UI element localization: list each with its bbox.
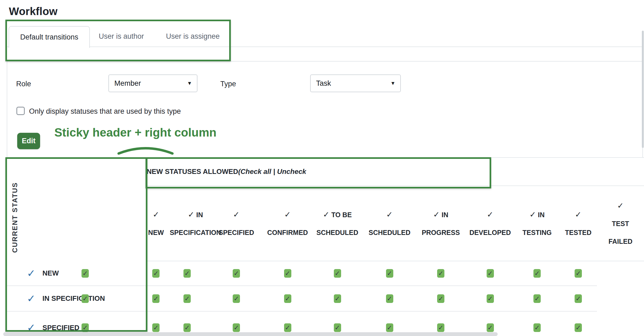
checkbox-check-icon: ✓ bbox=[335, 324, 340, 331]
role-select[interactable]: Member ▼ bbox=[108, 74, 197, 92]
row-label-text: SPECIFIED bbox=[43, 324, 79, 332]
transition-checkbox[interactable]: ✓ bbox=[386, 323, 393, 332]
new-statuses-allowed-header: NEW STATUSES ALLOWED(Check all | Uncheck bbox=[147, 158, 644, 186]
checkbox-check-icon: ✓ bbox=[184, 324, 190, 331]
column-check-icon[interactable]: ✓ bbox=[529, 210, 536, 219]
vertical-scrollbar-thumb[interactable] bbox=[642, 31, 644, 148]
check-all-uncheck-links[interactable]: (Check all | Uncheck bbox=[238, 167, 306, 176]
type-select-value: Task bbox=[316, 79, 331, 88]
type-select[interactable]: Task ▼ bbox=[310, 74, 401, 92]
column-check-icon[interactable]: ✓ bbox=[487, 210, 493, 219]
matrix-cell: ✓ bbox=[24, 286, 147, 311]
transition-checkbox[interactable]: ✓ bbox=[284, 269, 291, 278]
matrix-cell: ✓ bbox=[560, 286, 597, 311]
column-check-icon[interactable]: ✓ bbox=[575, 210, 581, 219]
transition-checkbox[interactable]: ✓ bbox=[82, 323, 89, 332]
transition-checkbox[interactable]: ✓ bbox=[152, 294, 160, 303]
matrix-cell: ✓ bbox=[363, 261, 416, 286]
checkbox-check-icon: ✓ bbox=[285, 324, 290, 331]
allowed-header-text: NEW STATUSES ALLOWED bbox=[147, 167, 238, 176]
checkbox-check-icon: ✓ bbox=[575, 270, 581, 277]
transition-checkbox[interactable]: ✓ bbox=[183, 269, 191, 278]
transition-checkbox[interactable]: ✓ bbox=[233, 269, 240, 278]
matrix-cell: ✓ bbox=[466, 286, 515, 311]
transition-checkbox[interactable]: ✓ bbox=[575, 269, 582, 278]
tab-user-is-assignee[interactable]: User is assignee bbox=[166, 32, 220, 41]
transition-checkbox[interactable]: ✓ bbox=[533, 323, 541, 332]
transition-checkbox[interactable]: ✓ bbox=[152, 323, 160, 332]
workflow-table-container: CURRENT STATUS NEW STATUSES ALLOWED(Chec… bbox=[6, 157, 644, 336]
transition-checkbox[interactable]: ✓ bbox=[437, 294, 444, 303]
matrix-corner-spacer bbox=[24, 158, 147, 261]
column-check-icon[interactable]: ✓ bbox=[284, 210, 291, 219]
checkbox-check-icon: ✓ bbox=[487, 270, 493, 277]
row-check-icon: ✓ bbox=[27, 323, 36, 333]
matrix-cell: ✓ bbox=[165, 286, 209, 311]
column-header-in-progress: ✓ INPROGRESS bbox=[416, 186, 466, 261]
tabs-divider bbox=[7, 47, 643, 47]
transition-checkbox[interactable]: ✓ bbox=[575, 294, 582, 303]
transition-checkbox[interactable]: ✓ bbox=[437, 323, 444, 332]
only-display-checkbox[interactable] bbox=[16, 107, 25, 115]
transition-checkbox[interactable]: ✓ bbox=[233, 294, 240, 303]
transition-checkbox[interactable]: ✓ bbox=[233, 323, 240, 332]
chevron-down-icon: ▼ bbox=[187, 80, 192, 86]
checkbox-check-icon: ✓ bbox=[153, 324, 158, 331]
column-check-icon[interactable]: ✓ bbox=[433, 210, 440, 219]
annotation-note: Sticky header + right column bbox=[54, 126, 217, 139]
transition-checkbox[interactable]: ✓ bbox=[386, 294, 393, 303]
transition-checkbox[interactable]: ✓ bbox=[487, 294, 494, 303]
transition-checkbox[interactable]: ✓ bbox=[533, 294, 541, 303]
column-header-test-failed: ✓TESTFAILED bbox=[597, 186, 644, 261]
transition-checkbox[interactable]: ✓ bbox=[487, 269, 494, 278]
matrix-cell: ✓ bbox=[312, 261, 363, 286]
page-title: Workflow bbox=[9, 5, 58, 17]
column-header-specified: ✓SPECIFIED bbox=[209, 186, 264, 261]
workflow-table: CURRENT STATUS NEW STATUSES ALLOWED(Chec… bbox=[6, 157, 644, 336]
column-check-icon[interactable]: ✓ bbox=[386, 210, 393, 219]
edit-button[interactable]: Edit bbox=[17, 133, 40, 149]
transition-checkbox[interactable]: ✓ bbox=[487, 323, 494, 332]
transition-checkbox[interactable]: ✓ bbox=[334, 269, 341, 278]
transition-checkbox[interactable]: ✓ bbox=[386, 269, 393, 278]
column-check-icon[interactable]: ✓ bbox=[233, 210, 239, 219]
transition-checkbox[interactable]: ✓ bbox=[284, 294, 291, 303]
table-row-new: ✓NEW✓✓✓✓✓✓✓✓✓✓✓ bbox=[6, 261, 644, 286]
matrix-cell: ✓ bbox=[515, 261, 560, 286]
tab-default-transitions[interactable]: Default transitions bbox=[9, 26, 90, 48]
transition-checkbox[interactable]: ✓ bbox=[533, 269, 541, 278]
transition-checkbox[interactable]: ✓ bbox=[183, 323, 191, 332]
column-check-icon[interactable]: ✓ bbox=[323, 210, 329, 219]
tab-user-is-author[interactable]: User is author bbox=[99, 32, 144, 41]
transition-checkbox[interactable]: ✓ bbox=[334, 294, 341, 303]
transition-checkbox[interactable]: ✓ bbox=[284, 323, 291, 332]
horizontal-scrollbar-thumb[interactable] bbox=[3, 332, 498, 336]
checkbox-check-icon: ✓ bbox=[387, 324, 392, 331]
matrix-cell: ✓ bbox=[515, 311, 560, 336]
column-check-icon[interactable]: ✓ bbox=[188, 210, 194, 219]
column-check-icon[interactable]: ✓ bbox=[153, 210, 159, 219]
matrix-cell: ✓ bbox=[147, 261, 165, 286]
checkbox-check-icon: ✓ bbox=[233, 324, 239, 331]
checkbox-check-icon: ✓ bbox=[534, 270, 540, 277]
matrix-cell: ✓ bbox=[209, 286, 264, 311]
transition-checkbox[interactable]: ✓ bbox=[152, 269, 160, 278]
checkbox-check-icon: ✓ bbox=[487, 295, 493, 302]
transition-checkbox[interactable]: ✓ bbox=[437, 269, 444, 278]
type-label: Type bbox=[220, 80, 236, 88]
matrix-cell: ✓ bbox=[416, 261, 466, 286]
transition-checkbox[interactable]: ✓ bbox=[82, 269, 89, 278]
transition-checkbox[interactable]: ✓ bbox=[82, 294, 89, 303]
row-check-icon: ✓ bbox=[27, 268, 36, 278]
row-label-text: IN SPECIFICATION bbox=[43, 294, 105, 303]
matrix-cell: ✓ bbox=[264, 286, 312, 311]
transition-checkbox[interactable]: ✓ bbox=[334, 323, 341, 332]
checkbox-check-icon: ✓ bbox=[233, 270, 239, 277]
transition-checkbox[interactable]: ✓ bbox=[183, 294, 191, 303]
checkbox-check-icon: ✓ bbox=[153, 295, 158, 302]
row-label-new: ✓NEW bbox=[6, 261, 24, 286]
transition-checkbox[interactable]: ✓ bbox=[575, 323, 582, 332]
column-check-icon[interactable]: ✓ bbox=[617, 201, 624, 210]
column-header-in-specification: ✓ INSPECIFICATION bbox=[165, 186, 209, 261]
checkbox-check-icon: ✓ bbox=[575, 324, 581, 331]
